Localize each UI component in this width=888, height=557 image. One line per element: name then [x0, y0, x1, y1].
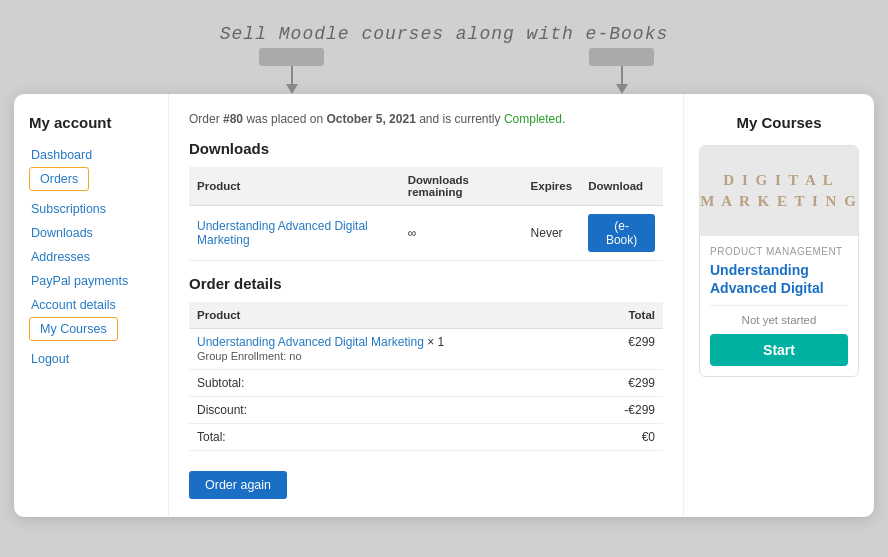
total-value: €0: [592, 423, 663, 450]
subtotal-value: €299: [592, 369, 663, 396]
group-enrollment: Group Enrollment: no: [197, 350, 302, 362]
start-button[interactable]: Start: [710, 334, 848, 366]
table-row: Understanding Advanced Digital Marketing…: [189, 328, 663, 369]
order-date: October 5, 2021: [326, 112, 415, 126]
downloads-remaining: ∞: [400, 205, 523, 260]
sidebar-item-logout[interactable]: Logout: [29, 347, 153, 371]
sidebar-title: My account: [29, 114, 153, 131]
sidebar-item-account-details[interactable]: Account details: [29, 293, 153, 317]
downloads-col-expires: Expires: [523, 167, 581, 206]
right-arrow: [589, 48, 654, 94]
order-quantity: × 1: [427, 335, 444, 349]
order-again-button[interactable]: Order again: [189, 471, 287, 499]
sidebar-item-subscriptions[interactable]: Subscriptions: [29, 197, 153, 221]
table-row: Understanding Advanced Digital Marketing…: [189, 205, 663, 260]
order-row-total: €299: [592, 328, 663, 369]
course-thumb-text: D I G I T A L M A R K E T I N G: [700, 170, 858, 212]
downloads-col-download: Download: [580, 167, 663, 206]
right-panel: My Courses D I G I T A L M A R K E T I N…: [684, 94, 874, 517]
course-card: D I G I T A L M A R K E T I N G PRODUCT …: [699, 145, 859, 377]
course-category: PRODUCT MANAGEMENT: [710, 246, 848, 257]
sidebar-item-downloads[interactable]: Downloads: [29, 221, 153, 245]
order-status: Order #80 was placed on October 5, 2021 …: [189, 112, 663, 126]
order-period: .: [562, 112, 565, 126]
downloads-expires: Never: [523, 205, 581, 260]
left-arrow: [259, 48, 324, 94]
order-product-link[interactable]: Understanding Advanced Digital Marketing: [197, 335, 424, 349]
subtotal-row: Subtotal: €299: [189, 369, 663, 396]
order-completed: Completed: [504, 112, 562, 126]
main-content: Order #80 was placed on October 5, 2021 …: [169, 94, 684, 517]
order-details-title: Order details: [189, 275, 663, 292]
main-card: My account Dashboard Orders Subscription…: [14, 94, 874, 517]
order-status-middle: was placed on: [243, 112, 326, 126]
course-info: PRODUCT MANAGEMENT Understanding Advance…: [700, 236, 858, 376]
sidebar-item-paypal[interactable]: PayPal payments: [29, 269, 153, 293]
header-annotation: Sell Moodle courses along with e-Books: [220, 24, 668, 44]
sidebar-item-dashboard[interactable]: Dashboard: [29, 143, 153, 167]
total-row: Total: €0: [189, 423, 663, 450]
order-col-product: Product: [189, 302, 592, 329]
order-status-prefix: Order: [189, 112, 223, 126]
downloads-table: Product Downloads remaining Expires Down…: [189, 167, 663, 261]
order-details-table: Product Total Understanding Advanced Dig…: [189, 302, 663, 451]
course-status: Not yet started: [710, 314, 848, 326]
right-panel-title: My Courses: [699, 114, 859, 131]
sidebar-item-my-courses[interactable]: My Courses: [29, 317, 118, 341]
downloads-product-link[interactable]: Understanding Advanced Digital Marketing: [197, 219, 368, 247]
sidebar-item-addresses[interactable]: Addresses: [29, 245, 153, 269]
divider: [710, 305, 848, 306]
course-name: Understanding Advanced Digital: [710, 261, 848, 297]
total-label: Total:: [189, 423, 592, 450]
order-col-total: Total: [592, 302, 663, 329]
sidebar-item-orders[interactable]: Orders: [29, 167, 89, 191]
discount-row: Discount: -€299: [189, 396, 663, 423]
sidebar: My account Dashboard Orders Subscription…: [14, 94, 169, 517]
downloads-title: Downloads: [189, 140, 663, 157]
course-thumbnail: D I G I T A L M A R K E T I N G: [700, 146, 858, 236]
subtotal-label: Subtotal:: [189, 369, 592, 396]
discount-label: Discount:: [189, 396, 592, 423]
downloads-col-product: Product: [189, 167, 400, 206]
discount-value: -€299: [592, 396, 663, 423]
downloads-col-remaining: Downloads remaining: [400, 167, 523, 206]
order-status-suffix: and is currently: [416, 112, 504, 126]
order-number: #80: [223, 112, 243, 126]
ebook-button[interactable]: (e-Book): [588, 214, 655, 252]
